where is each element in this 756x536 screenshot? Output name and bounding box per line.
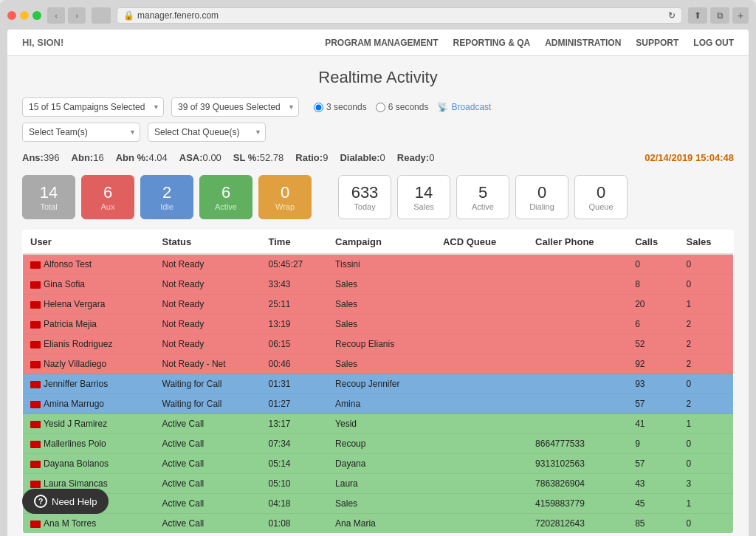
- stat-abn-pct: Abn %:4.04: [116, 152, 168, 163]
- dialable-val: 0: [380, 152, 385, 163]
- back-button[interactable]: ‹: [47, 7, 65, 24]
- new-tab-button[interactable]: +: [732, 7, 749, 24]
- cell-time: 05:10: [261, 474, 329, 494]
- cell-calls: 41: [628, 414, 678, 434]
- maximize-dot[interactable]: [32, 11, 41, 20]
- nav-program-management[interactable]: PROGRAM MANAGEMENT: [325, 38, 438, 48]
- cell-acd-queue: [436, 254, 528, 275]
- abn-label: Abn:: [72, 152, 94, 163]
- cell-user[interactable]: Ana M Torres: [23, 514, 155, 534]
- chat-queue-select[interactable]: Select Chat Queue(s): [148, 123, 266, 142]
- cell-calls: 45: [628, 494, 678, 514]
- campaigns-select[interactable]: 15 of 15 Campaigns Selected: [22, 97, 164, 117]
- filter-bar-row2: Select Team(s) Select Chat Queue(s): [22, 123, 734, 142]
- radio-3s-input[interactable]: [314, 103, 323, 112]
- summary-total-number: 14: [40, 183, 58, 202]
- address-bar[interactable]: 🔒 manager.fenero.com ↻: [117, 7, 682, 24]
- need-help-button[interactable]: ? Need Help: [22, 489, 109, 514]
- nav-reporting-qa[interactable]: REPORTING & QA: [453, 38, 531, 48]
- user-flag: [30, 461, 41, 468]
- cell-caller-phone: 7202812643: [528, 514, 628, 534]
- user-link[interactable]: Laura Simancas: [44, 478, 108, 489]
- summary-dialing-number: 0: [537, 183, 546, 202]
- broadcast-link[interactable]: 📡 Broadcast: [437, 102, 491, 112]
- user-link[interactable]: Nazly Villadiego: [44, 359, 106, 369]
- nav-support[interactable]: SUPPORT: [636, 38, 678, 48]
- cell-acd-queue: [436, 494, 528, 514]
- summary-idle-label: Idle: [160, 202, 173, 211]
- cell-user[interactable]: Dayana Bolanos: [23, 454, 155, 474]
- summary-box-active: 6 Active: [199, 175, 252, 219]
- cell-user[interactable]: Gina Sofia: [23, 275, 155, 295]
- cell-caller-phone: [528, 374, 628, 394]
- cell-acd-queue: [436, 414, 528, 434]
- cell-caller-phone: [528, 334, 628, 354]
- radio-6s-text: 6 seconds: [388, 102, 429, 112]
- user-link[interactable]: Dayana Bolanos: [44, 458, 109, 469]
- stats-bar: Ans:396 Abn:16 Abn %:4.04 ASA:0.00 SL %:…: [22, 149, 734, 166]
- radio-3s-label[interactable]: 3 seconds: [314, 102, 367, 112]
- cell-user[interactable]: Jenniffer Barrios: [23, 374, 155, 394]
- user-link[interactable]: Jenniffer Barrios: [44, 379, 108, 389]
- nav-log-out[interactable]: LOG OUT: [693, 38, 734, 48]
- bookmark-button[interactable]: ⧉: [710, 7, 729, 24]
- cell-user[interactable]: Elianis Rodriguez: [23, 334, 155, 354]
- summary-box-queue: 0 Queue: [574, 175, 628, 219]
- user-link[interactable]: Patricia Mejia: [44, 319, 97, 329]
- radio-6s-input[interactable]: [376, 103, 385, 112]
- summary-active2-label: Active: [472, 202, 494, 211]
- nav-administration[interactable]: ADMINISTRATION: [545, 38, 621, 48]
- forward-button[interactable]: ›: [68, 7, 86, 24]
- share-button[interactable]: ⬆: [688, 7, 707, 24]
- queues-select[interactable]: 39 of 39 Queues Selected: [171, 97, 299, 117]
- user-link[interactable]: Helena Vergara: [44, 299, 105, 309]
- cell-sales: 0: [678, 374, 733, 394]
- campaigns-select-wrapper: 15 of 15 Campaigns Selected: [22, 97, 164, 117]
- stat-sl: SL %:52.78: [233, 152, 284, 163]
- stats-datetime: 02/14/2019 15:04:48: [645, 152, 734, 163]
- summary-box-total: 14 Total: [22, 175, 75, 219]
- cell-campaign: Ana Maria: [328, 514, 436, 534]
- cell-user[interactable]: Patricia Mejia: [23, 315, 155, 334]
- teams-select[interactable]: Select Team(s): [22, 123, 140, 142]
- ans-label: Ans:: [22, 152, 44, 163]
- minimize-dot[interactable]: [20, 11, 29, 20]
- user-link[interactable]: Elianis Rodriguez: [44, 339, 112, 349]
- user-link[interactable]: Ana M Torres: [44, 518, 96, 529]
- cell-campaign: Sales: [328, 494, 436, 514]
- cell-sales: 1: [678, 414, 733, 434]
- cell-user[interactable]: Yesid J Ramirez: [23, 414, 155, 434]
- browser-nav: ‹ ›: [47, 7, 86, 24]
- reload-icon[interactable]: ↻: [668, 10, 676, 21]
- user-link[interactable]: Alfonso Test: [44, 259, 92, 269]
- ready-val: 0: [429, 152, 434, 163]
- cell-user[interactable]: Helena Vergara: [23, 295, 155, 315]
- cell-user[interactable]: Amina Marrugo: [23, 394, 155, 414]
- cell-sales: 1: [678, 295, 733, 315]
- table-row: Elianis RodriguezNot Ready06:15Recoup El…: [23, 334, 734, 354]
- cell-status: Not Ready: [155, 334, 261, 354]
- summary-box-dialing: 0 Dialing: [515, 175, 568, 219]
- cell-caller-phone: [528, 254, 628, 275]
- user-link[interactable]: Amina Marrugo: [44, 399, 104, 409]
- cell-user[interactable]: Alfonso Test: [23, 254, 155, 275]
- user-link[interactable]: Yesid J Ramirez: [44, 419, 107, 429]
- page-title: Realtime Activity: [22, 68, 734, 87]
- tab-grid-button[interactable]: [92, 7, 111, 24]
- close-dot[interactable]: [7, 11, 16, 20]
- user-link[interactable]: Mallerlines Polo: [44, 439, 106, 449]
- user-link[interactable]: Gina Sofia: [44, 279, 85, 289]
- user-flag: [30, 381, 41, 388]
- table-row: Laura SimancasActive Call05:10Laura78638…: [23, 474, 734, 494]
- user-flag: [30, 421, 41, 428]
- main-content: Realtime Activity 15 of 15 Campaigns Sel…: [7, 56, 749, 536]
- ready-label: Ready:: [397, 152, 429, 163]
- nav-greeting: HI, SION!: [22, 37, 63, 48]
- cell-acd-queue: [436, 354, 528, 374]
- radio-6s-label[interactable]: 6 seconds: [376, 102, 429, 112]
- teams-select-wrapper: Select Team(s): [22, 123, 140, 142]
- cell-calls: 57: [628, 394, 678, 414]
- cell-user[interactable]: Mallerlines Polo: [23, 434, 155, 454]
- cell-calls: 92: [628, 354, 678, 374]
- cell-user[interactable]: Nazly Villadiego: [23, 354, 155, 374]
